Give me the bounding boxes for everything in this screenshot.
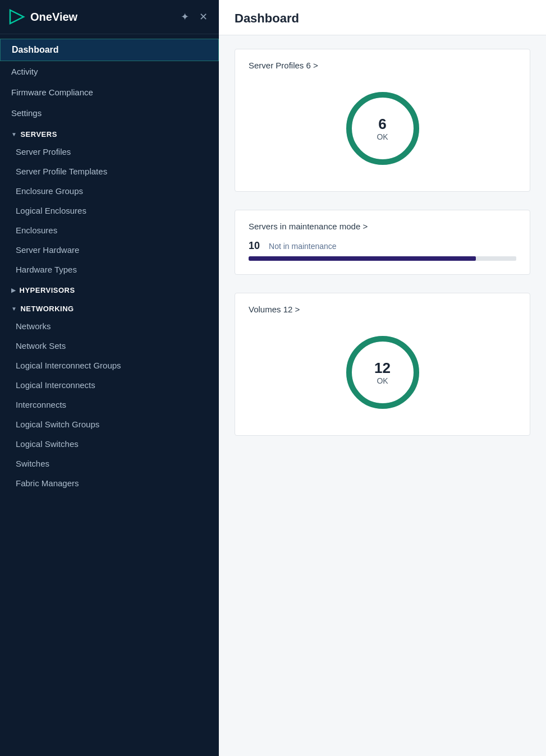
sidebar-item-logical-enclosures[interactable]: Logical Enclosures — [0, 201, 219, 220]
maintenance-status: Not in maintenance — [269, 242, 337, 251]
sidebar: OneView ✦ ✕ Dashboard Activity Firmware … — [0, 0, 219, 756]
sidebar-item-server-profile-templates[interactable]: Server Profile Templates — [0, 162, 219, 181]
sidebar-section-networking[interactable]: ▼ NETWORKING — [0, 298, 219, 316]
pin-button[interactable]: ✦ — [178, 11, 191, 23]
sidebar-item-logical-switches[interactable]: Logical Switches — [0, 434, 219, 454]
server-profiles-count: 6 — [377, 116, 388, 132]
server-profiles-donut-container: 6 OK — [249, 79, 516, 178]
volumes-donut-center: 12 OK — [374, 360, 391, 385]
maintenance-widget-title[interactable]: Servers in maintenance mode > — [249, 222, 516, 231]
header-actions: ✦ ✕ — [178, 11, 210, 23]
sidebar-item-enclosure-groups[interactable]: Enclosure Groups — [0, 181, 219, 201]
main-content: Dashboard Server Profiles 6 > 6 OK — [219, 0, 546, 756]
networking-arrow-icon: ▼ — [11, 306, 17, 312]
server-profiles-widget: Server Profiles 6 > 6 OK — [235, 49, 530, 192]
maintenance-count: 10 — [249, 240, 260, 252]
page-title: Dashboard — [235, 11, 530, 26]
sidebar-item-dashboard[interactable]: Dashboard — [0, 39, 219, 61]
logo-icon — [8, 8, 26, 26]
close-button[interactable]: ✕ — [197, 11, 210, 23]
main-header: Dashboard — [219, 0, 546, 35]
sidebar-item-server-hardware[interactable]: Server Hardware — [0, 240, 219, 260]
volumes-donut-container: 12 OK — [249, 323, 516, 422]
sidebar-section-servers[interactable]: ▼ SERVERS — [0, 123, 219, 142]
nav-list: Dashboard Activity Firmware Compliance S… — [0, 34, 219, 756]
server-profiles-status: OK — [377, 132, 388, 141]
sidebar-item-settings[interactable]: Settings — [0, 103, 219, 123]
hypervisors-arrow-icon: ▶ — [11, 287, 16, 293]
pin-icon: ✦ — [181, 11, 189, 22]
server-profiles-donut-center: 6 OK — [377, 116, 388, 141]
server-profiles-widget-title[interactable]: Server Profiles 6 > — [249, 61, 516, 70]
volumes-widget: Volumes 12 > 12 OK — [235, 293, 530, 436]
maintenance-bar-fill — [249, 256, 476, 261]
sidebar-item-switches[interactable]: Switches — [0, 454, 219, 473]
sidebar-item-activity[interactable]: Activity — [0, 61, 219, 82]
sidebar-item-logical-interconnect-groups[interactable]: Logical Interconnect Groups — [0, 356, 219, 375]
sidebar-item-networks[interactable]: Networks — [0, 316, 219, 336]
sidebar-item-network-sets[interactable]: Network Sets — [0, 336, 219, 356]
server-profiles-donut-wrapper: 6 OK — [338, 84, 428, 173]
sidebar-item-enclosures[interactable]: Enclosures — [0, 220, 219, 240]
svg-marker-0 — [10, 10, 24, 24]
volumes-donut-wrapper: 12 OK — [338, 328, 428, 417]
sidebar-item-hardware-types[interactable]: Hardware Types — [0, 260, 219, 279]
sidebar-item-logical-interconnects[interactable]: Logical Interconnects — [0, 375, 219, 395]
sidebar-item-server-profiles[interactable]: Server Profiles — [0, 142, 219, 162]
app-title: OneView — [30, 11, 174, 24]
maintenance-bar-bg — [249, 256, 516, 261]
maintenance-row: 10 Not in maintenance — [249, 240, 516, 252]
sidebar-item-firmware-compliance[interactable]: Firmware Compliance — [0, 82, 219, 103]
maintenance-widget: Servers in maintenance mode > 10 Not in … — [235, 210, 530, 275]
sidebar-item-interconnects[interactable]: Interconnects — [0, 395, 219, 414]
servers-arrow-icon: ▼ — [11, 131, 17, 137]
close-icon: ✕ — [199, 11, 208, 22]
volumes-widget-title[interactable]: Volumes 12 > — [249, 305, 516, 314]
sidebar-item-fabric-managers[interactable]: Fabric Managers — [0, 473, 219, 493]
dashboard-body: Server Profiles 6 > 6 OK S — [219, 35, 546, 449]
volumes-status: OK — [374, 376, 391, 385]
volumes-count: 12 — [374, 360, 391, 376]
sidebar-header: OneView ✦ ✕ — [0, 0, 219, 34]
sidebar-item-logical-switch-groups[interactable]: Logical Switch Groups — [0, 414, 219, 434]
sidebar-section-hypervisors[interactable]: ▶ HYPERVISORS — [0, 279, 219, 298]
